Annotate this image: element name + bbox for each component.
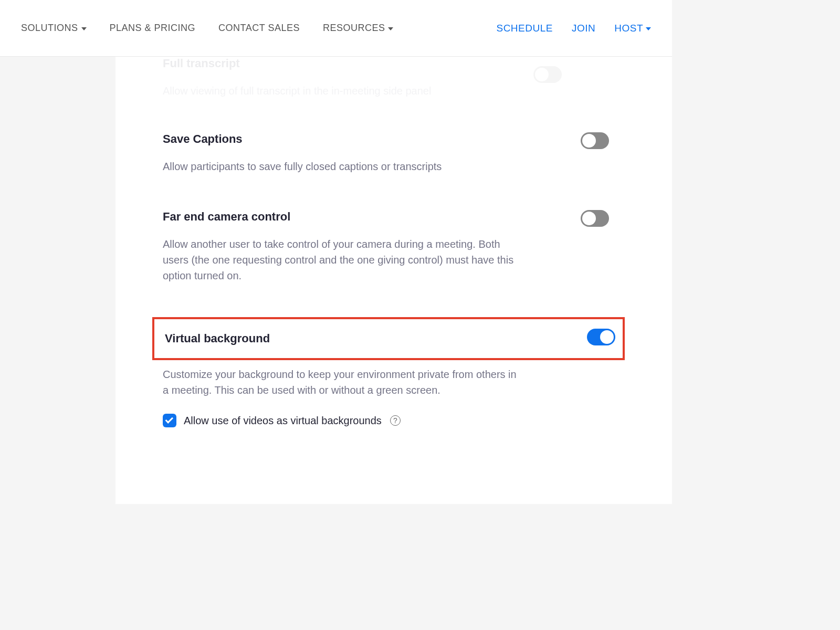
- virtual-bg-desc: Customize your background to keep your e…: [163, 366, 520, 398]
- check-icon: [165, 415, 174, 424]
- virtual-bg-title: Virtual background: [165, 332, 612, 345]
- nav-contact-label: CONTACT SALES: [218, 23, 300, 34]
- sidebar: [0, 57, 116, 504]
- nav-plans-label: PLANS & PRICING: [110, 23, 196, 34]
- save-captions-desc: Allow participants to save fully closed …: [163, 159, 520, 174]
- save-captions-setting: Save Captions Allow participants to save…: [116, 114, 672, 192]
- chevron-down-icon: [388, 27, 393, 30]
- save-captions-title: Save Captions: [163, 132, 625, 146]
- nav-plans-pricing[interactable]: PLANS & PRICING: [110, 23, 196, 34]
- faded-full-transcript: Full transcript Allow viewing of full tr…: [116, 57, 672, 114]
- toggle-knob: [600, 330, 614, 344]
- nav-host-label: HOST: [614, 23, 643, 34]
- nav-resources-label: RESOURCES: [323, 23, 385, 34]
- help-icon[interactable]: ?: [390, 415, 401, 426]
- save-captions-toggle[interactable]: [581, 132, 609, 149]
- nav-right-group: SCHEDULE JOIN HOST: [496, 23, 651, 34]
- nav-schedule-label: SCHEDULE: [496, 23, 552, 34]
- top-nav: SOLUTIONS PLANS & PRICING CONTACT SALES …: [0, 0, 672, 57]
- far-end-toggle[interactable]: [581, 210, 609, 227]
- nav-schedule[interactable]: SCHEDULE: [496, 23, 552, 34]
- nav-left-group: SOLUTIONS PLANS & PRICING CONTACT SALES …: [21, 23, 393, 34]
- toggle-knob: [535, 68, 549, 81]
- nav-contact-sales[interactable]: CONTACT SALES: [218, 23, 300, 34]
- faded-toggle-wrap: [533, 66, 562, 83]
- content-wrapper: Full transcript Allow viewing of full tr…: [0, 57, 672, 504]
- far-end-desc: Allow another user to take control of yo…: [163, 236, 520, 284]
- chevron-down-icon: [646, 27, 651, 30]
- allow-video-bg-checkbox[interactable]: [163, 414, 176, 427]
- far-end-camera-setting: Far end camera control Allow another use…: [116, 192, 672, 301]
- full-transcript-desc: Allow viewing of full transcript in the …: [163, 83, 625, 99]
- nav-solutions-label: SOLUTIONS: [21, 23, 78, 34]
- allow-video-bg-row: Allow use of videos as virtual backgroun…: [116, 398, 672, 427]
- nav-host[interactable]: HOST: [614, 23, 651, 34]
- allow-video-bg-label: Allow use of videos as virtual backgroun…: [184, 415, 382, 427]
- virtual-background-highlight: Virtual background: [152, 317, 625, 360]
- full-transcript-toggle[interactable]: [533, 66, 562, 83]
- chevron-down-icon: [81, 27, 87, 30]
- toggle-knob: [582, 134, 596, 148]
- nav-join-label: JOIN: [572, 23, 595, 34]
- far-end-title: Far end camera control: [163, 210, 625, 224]
- toggle-knob: [582, 212, 596, 225]
- nav-join[interactable]: JOIN: [572, 23, 595, 34]
- nav-solutions[interactable]: SOLUTIONS: [21, 23, 87, 34]
- nav-resources[interactable]: RESOURCES: [323, 23, 394, 34]
- virtual-bg-desc-block: Customize your background to keep your e…: [116, 360, 672, 398]
- settings-panel: Full transcript Allow viewing of full tr…: [116, 57, 672, 504]
- virtual-bg-toggle[interactable]: [587, 329, 615, 345]
